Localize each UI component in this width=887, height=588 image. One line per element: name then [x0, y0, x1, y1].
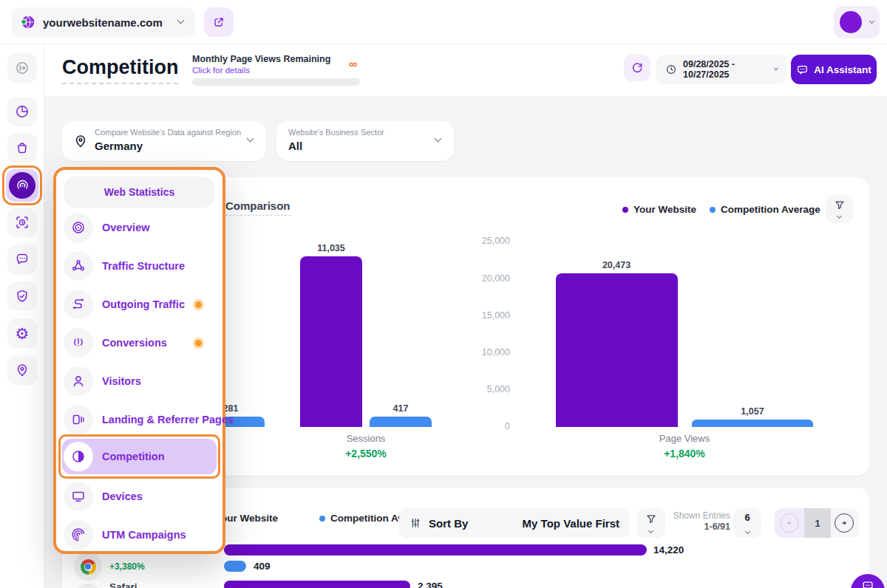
- menu-item-conversions[interactable]: Conversions: [64, 324, 215, 362]
- hbar-value: 2,395: [418, 581, 443, 588]
- menu-item-landing-referrer-pages[interactable]: Landing & Referrer Pages: [64, 400, 215, 439]
- quota-block: Monthly Page Views Remaining Click for d…: [192, 54, 360, 86]
- change-label: +2,550%: [345, 448, 387, 459]
- sort-by-label: Sort By: [429, 517, 468, 530]
- pages-icon: [71, 412, 86, 427]
- route-icon: [71, 297, 86, 312]
- y-tick: 20,000: [482, 273, 510, 284]
- menu-item-visitors[interactable]: Visitors: [64, 362, 215, 400]
- your-website-hbar: [224, 544, 647, 555]
- person-icon: [71, 374, 86, 389]
- quota-details-link[interactable]: Click for details: [192, 66, 360, 75]
- active-item-highlight-box: [58, 434, 220, 479]
- page-title: Competition: [62, 56, 178, 84]
- legend-competition-average[interactable]: Competition Average: [710, 204, 820, 215]
- competition-bar-sessions: [370, 417, 432, 427]
- website-selector[interactable]: yourwebsitename.com: [12, 7, 195, 37]
- shopping-bag-icon: [15, 140, 30, 155]
- sidebar-item-security[interactable]: [7, 281, 37, 311]
- y-tick: 10,000: [482, 347, 510, 358]
- region-filter-dropdown[interactable]: Compare Website's Data against Region Ge…: [62, 121, 266, 161]
- arrow-right-icon: [839, 518, 849, 528]
- menu-item-traffic-structure[interactable]: Traffic Structure: [64, 247, 215, 285]
- date-range-value: 09/28/2025 - 10/27/2025: [683, 59, 769, 80]
- chat-icon: [15, 252, 30, 267]
- location-pin-icon: [15, 363, 30, 377]
- open-website-button[interactable]: [204, 7, 234, 37]
- sidebar-item-messages[interactable]: [7, 245, 37, 274]
- megaphone-icon: [71, 335, 86, 350]
- sector-filter-label: Website's Business Sector: [288, 128, 384, 137]
- y-tick: 25,000: [482, 236, 510, 246]
- sector-filter-dropdown[interactable]: Website's Business Sector All: [276, 121, 454, 161]
- notification-dot: [195, 301, 202, 308]
- network-icon: [71, 259, 86, 273]
- map-pin-icon: [73, 134, 88, 148]
- chevron-down-icon: [247, 135, 254, 143]
- pie-chart-icon: [15, 104, 30, 119]
- bar-value-label: 417: [393, 403, 409, 414]
- notification-dot: [195, 340, 202, 346]
- sort-by-dropdown[interactable]: Sort By My Top Value First: [399, 508, 630, 538]
- app-screen: yourwebsitename.com: [0, 0, 887, 588]
- sidebar-item-reports[interactable]: [7, 97, 37, 126]
- page-size-dropdown[interactable]: 6: [733, 508, 761, 538]
- legend-your-website[interactable]: Your Website: [622, 204, 696, 215]
- sidebar-item-monitoring[interactable]: [7, 208, 37, 237]
- ai-assistant-label: AI Assistant: [814, 64, 871, 75]
- region-filter-value: Germany: [95, 140, 143, 152]
- bar-value-label: 1,057: [741, 406, 764, 417]
- external-link-icon: [212, 16, 225, 29]
- arrow-left-icon: [784, 518, 795, 528]
- sidebar-item-store[interactable]: [7, 133, 37, 163]
- legend-dot-purple: [622, 207, 628, 213]
- shown-entries-label: Shown Entries: [671, 510, 730, 521]
- list-filter-button[interactable]: [637, 508, 665, 538]
- y-tick: 0: [505, 421, 510, 431]
- category-label: Page Views: [659, 433, 710, 444]
- sidebar-item-settings[interactable]: ⚙: [7, 318, 37, 348]
- menu-item-outgoing-traffic[interactable]: Outgoing Traffic: [64, 285, 215, 324]
- chart-title: Comparison: [225, 199, 290, 216]
- shown-entries: Shown Entries 1-6/91: [671, 510, 730, 532]
- change-label: +1,840%: [664, 448, 705, 459]
- refresh-button[interactable]: [624, 55, 650, 81]
- row-label: Safari: [109, 581, 137, 588]
- date-range-picker[interactable]: 09/28/2025 - 10/27/2025: [656, 55, 786, 84]
- category-label: Sessions: [347, 433, 386, 444]
- scan-icon: [15, 215, 30, 230]
- legend-dot-blue: [319, 516, 325, 522]
- quota-value-infinity: ∞: [349, 58, 357, 71]
- chat-bubble-icon: [861, 579, 874, 588]
- menu-header: Web Statistics: [64, 177, 214, 208]
- menu-item-utm-campaigns[interactable]: UTM Campaigns: [64, 516, 215, 554]
- safari-logo-icon: [74, 584, 102, 588]
- bullseye-icon: [71, 220, 86, 235]
- filter-icon: [645, 513, 657, 525]
- ai-assistant-button[interactable]: AI Assistant: [791, 55, 877, 84]
- your-website-hbar: [224, 581, 410, 588]
- user-menu[interactable]: [834, 6, 880, 38]
- sidebar-item-expand[interactable]: [7, 53, 37, 83]
- pagination: 1: [775, 508, 859, 538]
- sliders-icon: [409, 517, 421, 529]
- region-filter-label: Compare Website's Data against Region: [95, 128, 241, 137]
- chevron-down-icon: [773, 66, 778, 71]
- chart-filter-button[interactable]: [826, 195, 854, 223]
- menu-item-devices[interactable]: Devices: [64, 477, 215, 516]
- prev-page-button[interactable]: [780, 513, 799, 533]
- sidebar-item-web-statistics[interactable]: [6, 169, 38, 202]
- quota-label: Monthly Page Views Remaining: [192, 54, 360, 64]
- chevron-down-icon: [837, 213, 842, 219]
- next-page-button[interactable]: [835, 513, 854, 533]
- swirl-icon: [71, 527, 86, 542]
- sidebar-item-location[interactable]: [7, 355, 37, 385]
- chrome-logo-icon: [74, 553, 102, 581]
- monitor-icon: [71, 489, 86, 504]
- page-size-value: 6: [733, 512, 761, 523]
- bar-value-label: 20,473: [602, 260, 631, 270]
- chevron-down-icon: [744, 529, 750, 534]
- menu-item-overview[interactable]: Overview: [64, 208, 215, 247]
- page-number[interactable]: 1: [804, 508, 831, 538]
- sort-by-value: My Top Value First: [523, 517, 619, 530]
